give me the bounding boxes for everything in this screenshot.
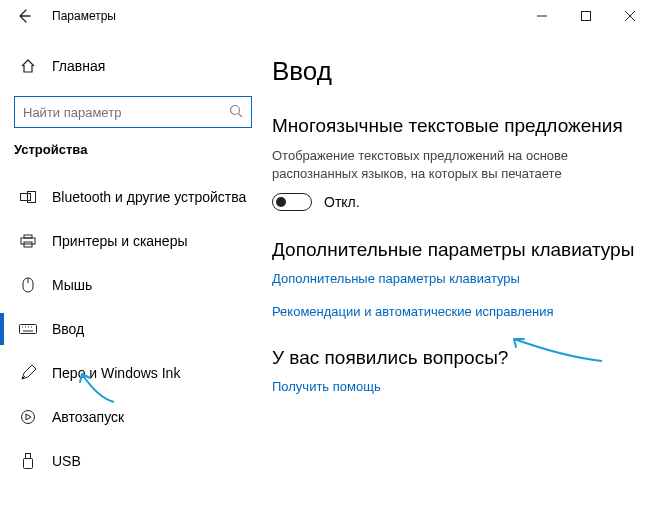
sidebar-nav: Bluetooth и другие устройства Принтеры и… [0, 175, 262, 483]
pen-icon [18, 365, 38, 381]
sidebar-item-label: Ввод [52, 321, 84, 337]
search-input[interactable] [23, 105, 243, 120]
link-advanced-keyboard[interactable]: Дополнительные параметры клавиатуры [272, 271, 638, 286]
link-get-help[interactable]: Получить помощь [272, 379, 638, 394]
maximize-button[interactable] [564, 0, 608, 32]
sidebar-item-typing[interactable]: Ввод [0, 307, 262, 351]
devices-icon [18, 191, 38, 203]
sidebar-item-usb[interactable]: USB [0, 439, 262, 483]
svg-rect-8 [21, 238, 35, 244]
sidebar: Главная Устройства Bluetooth и другие ус… [0, 32, 262, 519]
sidebar-item-label: Автозапуск [52, 409, 124, 425]
svg-point-20 [22, 411, 35, 424]
home-icon [18, 58, 38, 74]
sidebar-home[interactable]: Главная [0, 46, 262, 86]
sidebar-item-label: USB [52, 453, 81, 469]
sidebar-item-label: Bluetooth и другие устройства [52, 189, 246, 205]
toggle-label-multilang: Откл. [324, 194, 360, 210]
sidebar-group-title: Устройства [0, 142, 262, 157]
titlebar: Параметры [0, 0, 652, 32]
sidebar-item-mouse[interactable]: Мышь [0, 263, 262, 307]
keyboard-icon [18, 324, 38, 334]
section-title-keyboard: Дополнительные параметры клавиатуры [272, 239, 638, 261]
sidebar-item-pen[interactable]: Перо и Windows Ink [0, 351, 262, 395]
svg-rect-9 [24, 235, 32, 238]
sidebar-item-label: Принтеры и сканеры [52, 233, 187, 249]
back-arrow-icon [16, 8, 32, 24]
page-title: Ввод [272, 56, 638, 87]
svg-rect-21 [26, 454, 31, 459]
svg-rect-6 [21, 194, 31, 201]
svg-rect-1 [582, 12, 591, 21]
window-title: Параметры [52, 9, 116, 23]
minimize-button[interactable] [520, 0, 564, 32]
section-title-multilang: Многоязычные текстовые предложения [272, 115, 638, 137]
usb-icon [18, 453, 38, 469]
section-desc-multilang: Отображение текстовых предложений на осн… [272, 147, 638, 183]
printer-icon [18, 234, 38, 248]
sidebar-item-bluetooth[interactable]: Bluetooth и другие устройства [0, 175, 262, 219]
content: Ввод Многоязычные текстовые предложения … [262, 32, 652, 519]
sidebar-home-label: Главная [52, 58, 105, 74]
search-box[interactable] [14, 96, 252, 128]
main: Главная Устройства Bluetooth и другие ус… [0, 32, 652, 519]
toggle-multilang[interactable] [272, 193, 312, 211]
autoplay-icon [18, 409, 38, 425]
window-controls [520, 0, 652, 32]
svg-rect-13 [20, 325, 37, 334]
sidebar-item-label: Перо и Windows Ink [52, 365, 180, 381]
section-title-help: У вас появились вопросы? [272, 347, 638, 369]
back-button[interactable] [6, 0, 42, 32]
svg-rect-22 [24, 459, 33, 469]
sidebar-item-label: Мышь [52, 277, 92, 293]
sidebar-item-autoplay[interactable]: Автозапуск [0, 395, 262, 439]
link-spelling[interactable]: Рекомендации и автоматические исправлени… [272, 304, 638, 319]
toggle-row-multilang: Откл. [272, 193, 638, 211]
mouse-icon [18, 277, 38, 293]
sidebar-item-printers[interactable]: Принтеры и сканеры [0, 219, 262, 263]
close-button[interactable] [608, 0, 652, 32]
